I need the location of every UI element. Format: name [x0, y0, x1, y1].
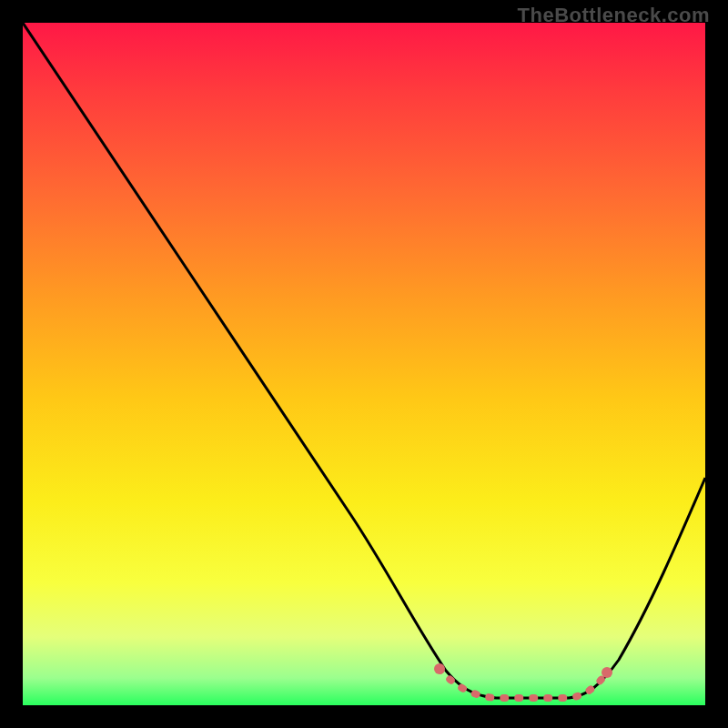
chart-frame: TheBottleneck.com	[0, 0, 728, 728]
optimal-band-start-dot	[434, 663, 445, 674]
bottleneck-curve	[23, 23, 705, 698]
curve-layer	[23, 23, 705, 705]
optimal-band-end-dot	[602, 667, 612, 678]
plot-area	[23, 23, 705, 705]
